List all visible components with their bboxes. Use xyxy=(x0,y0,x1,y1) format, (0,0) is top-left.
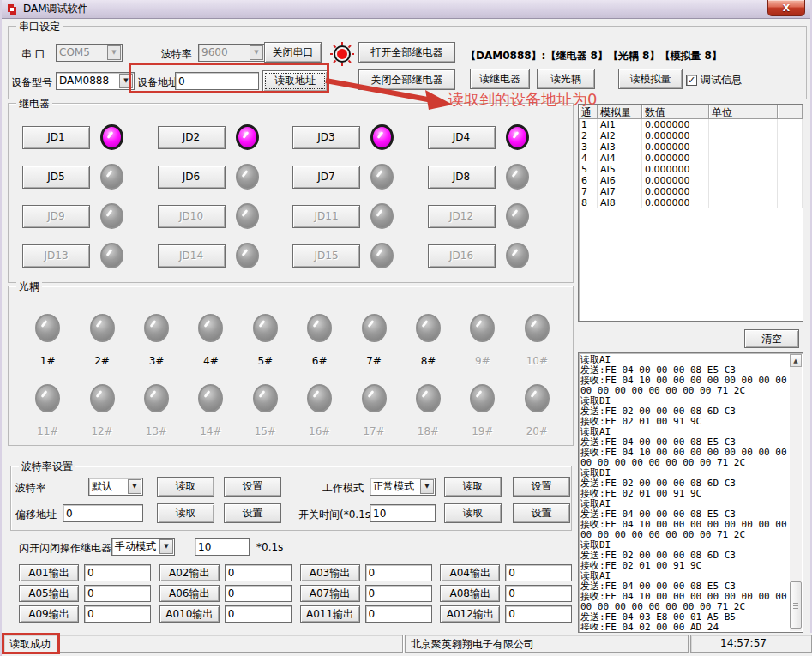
read-opto-button[interactable]: 读光耦 xyxy=(537,69,595,89)
open-all-relays-button[interactable]: 打开全部继电器 xyxy=(358,42,455,63)
table-row[interactable]: 6AI60.000000 xyxy=(579,175,803,186)
log-text[interactable]: 读取AI发送:FE 04 00 00 00 08 E5 C3接收:FE 04 1… xyxy=(580,355,789,630)
output-input[interactable] xyxy=(225,605,292,623)
output-input[interactable] xyxy=(365,585,432,602)
relay-group-label: 继电器 xyxy=(16,97,52,111)
relay-button-jd2[interactable]: JD2 xyxy=(158,126,226,149)
output-input[interactable] xyxy=(505,585,572,602)
log-line: 接收:FE 02 01 00 91 9C xyxy=(580,489,789,499)
relay-cell: JD13 xyxy=(22,243,158,268)
table-header-cell[interactable] xyxy=(778,105,803,119)
flash-time-input[interactable] xyxy=(195,538,250,556)
output-cell: A05输出 xyxy=(19,583,159,604)
status-bar: 读取成功 北京聚英翱翔电子有限公司 14:57:57 xyxy=(2,633,812,656)
baud2-select[interactable]: 默认 ▼ xyxy=(88,478,143,496)
output-input[interactable] xyxy=(84,605,151,623)
read-analog-button[interactable]: 读模拟量 xyxy=(618,69,683,89)
model-select[interactable]: DAM0888 ▼ xyxy=(56,72,135,90)
output-button-A04输出[interactable]: A04输出 xyxy=(440,564,500,581)
debug-info-checkbox[interactable]: ✓ 调试信息 xyxy=(686,73,742,87)
relay-button-jd4[interactable]: JD4 xyxy=(428,126,496,149)
table-row[interactable]: 7AI70.000000 xyxy=(579,186,803,197)
relay-indicator-off xyxy=(100,164,123,190)
app-logo-icon xyxy=(6,3,18,15)
address-input[interactable] xyxy=(175,72,259,90)
switch-time-set-button[interactable]: 设置 xyxy=(513,503,570,523)
relay-button-jd3[interactable]: JD3 xyxy=(292,126,360,149)
chevron-down-icon: ▼ xyxy=(159,539,173,554)
status-message: 读取成功 xyxy=(3,635,403,653)
table-row[interactable]: 8AI80.000000 xyxy=(579,197,803,208)
table-header-cell[interactable]: 模拟量 xyxy=(598,105,642,119)
log-line: 接收:FE 04 02 00 00 AD 24 xyxy=(580,623,789,630)
relay-button-jd5[interactable]: JD5 xyxy=(22,166,90,189)
read-address-button[interactable]: 读取地址 xyxy=(262,70,328,92)
relay-indicator-off xyxy=(236,243,259,268)
output-button-A05输出[interactable]: A05输出 xyxy=(19,585,79,602)
switch-time-input[interactable] xyxy=(370,504,436,522)
output-input[interactable] xyxy=(365,605,432,623)
output-button-A02输出[interactable]: A02输出 xyxy=(159,564,220,581)
work-mode-select[interactable]: 正常模式 ▼ xyxy=(370,478,436,496)
close-button[interactable]: X xyxy=(767,0,805,16)
relay-indicator-on xyxy=(506,124,529,150)
relay-button-jd7[interactable]: JD7 xyxy=(292,166,360,189)
output-button-A06输出[interactable]: A06输出 xyxy=(159,585,220,602)
port-select[interactable]: COM5 ▼ xyxy=(56,44,123,62)
output-button-A07输出[interactable]: A07输出 xyxy=(300,585,360,602)
table-cell xyxy=(709,197,778,208)
output-button-A03输出[interactable]: A03输出 xyxy=(300,564,360,581)
work-mode-set-button[interactable]: 设置 xyxy=(513,477,570,497)
table-header-cell[interactable]: 数值 xyxy=(642,105,709,119)
output-input[interactable] xyxy=(225,564,292,581)
output-cell: A06输出 xyxy=(159,583,300,604)
output-input[interactable] xyxy=(505,564,572,581)
opto-indicator xyxy=(35,384,60,412)
output-button-A08输出[interactable]: A08输出 xyxy=(440,585,500,602)
table-row[interactable]: 5AI50.000000 xyxy=(579,164,803,175)
close-port-button[interactable]: 关闭串口 xyxy=(264,42,322,63)
close-all-relays-button[interactable]: 关闭全部继电器 xyxy=(358,69,455,90)
offset-read-button[interactable]: 读取 xyxy=(157,503,214,523)
scroll-up-icon[interactable]: ▲ xyxy=(790,354,802,367)
output-input[interactable] xyxy=(505,605,572,623)
output-button-A012输出[interactable]: A012输出 xyxy=(440,605,500,623)
app-window: DAM调试软件 X 串口设定 串 口 COM5 ▼ 波特率 9600 ▼ 关闭串… xyxy=(0,0,812,656)
output-cell: A010输出 xyxy=(159,604,300,624)
output-button-A09输出[interactable]: A09输出 xyxy=(19,605,79,623)
port-value: COM5 xyxy=(59,46,90,58)
output-button-A01输出[interactable]: A01输出 xyxy=(19,564,79,581)
table-cell xyxy=(709,186,778,197)
opto-label: 9# xyxy=(475,355,490,367)
work-mode-read-button[interactable]: 读取 xyxy=(444,477,502,497)
log-scrollbar[interactable]: ▲ xyxy=(790,354,802,631)
output-button-A010输出[interactable]: A010输出 xyxy=(159,605,220,623)
table-row[interactable]: 1AI10.000000 xyxy=(579,119,803,130)
relay-button-jd8[interactable]: JD8 xyxy=(428,166,496,189)
offset-set-button[interactable]: 设置 xyxy=(224,503,281,523)
offset-input[interactable] xyxy=(63,504,143,522)
output-input[interactable] xyxy=(365,564,432,581)
switch-time-read-button[interactable]: 读取 xyxy=(444,503,502,523)
baud-read-button[interactable]: 读取 xyxy=(157,477,214,497)
output-button-A011输出[interactable]: A011输出 xyxy=(300,605,360,623)
table-header-cell[interactable]: 单位 xyxy=(709,105,778,119)
log-panel: 读取AI发送:FE 04 00 00 00 08 E5 C3接收:FE 04 1… xyxy=(578,352,803,633)
output-input[interactable] xyxy=(84,564,151,581)
opto-indicator xyxy=(253,384,278,412)
relay-button-jd1[interactable]: JD1 xyxy=(22,126,90,149)
status-led-icon xyxy=(329,41,355,67)
read-relay-button[interactable]: 读继电器 xyxy=(470,69,530,89)
table-row[interactable]: 3AI30.000000 xyxy=(579,141,803,153)
table-row[interactable]: 4AI40.000000 xyxy=(579,153,803,164)
baud-select[interactable]: 9600 ▼ xyxy=(198,44,265,62)
scrollbar-thumb[interactable] xyxy=(790,581,802,629)
output-input[interactable] xyxy=(84,585,151,602)
baud-set-button[interactable]: 设置 xyxy=(224,477,281,497)
clear-log-button[interactable]: 清空 xyxy=(744,329,799,348)
relay-button-jd6[interactable]: JD6 xyxy=(158,166,226,189)
flash-mode-select[interactable]: 手动模式 ▼ xyxy=(111,538,175,556)
output-input[interactable] xyxy=(225,585,292,602)
table-row[interactable]: 2AI20.000000 xyxy=(579,130,803,141)
baud-settings-label: 波特率设置 xyxy=(19,460,75,474)
